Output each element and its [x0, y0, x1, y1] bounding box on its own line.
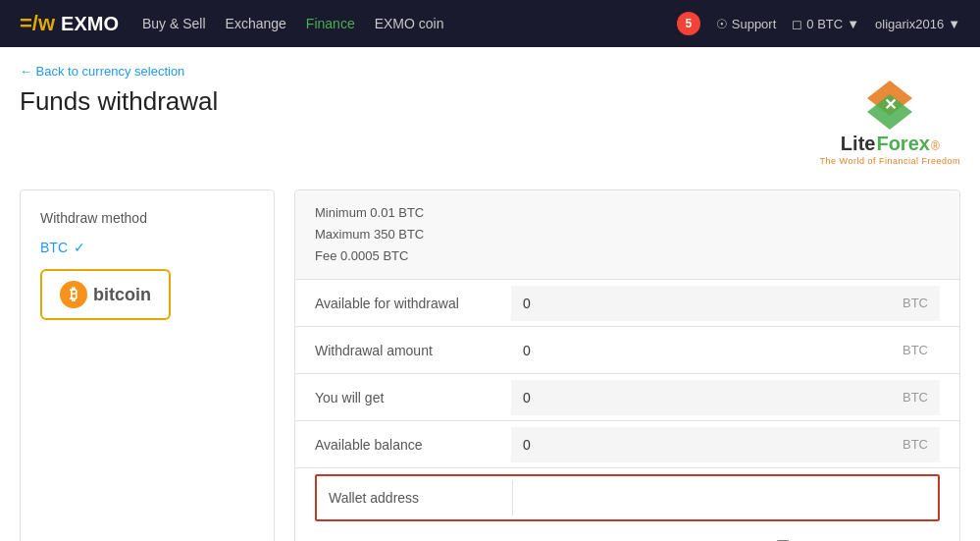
- currency-2: BTC: [903, 390, 928, 405]
- page-title: Funds withdrawal: [20, 86, 218, 117]
- row-label-0: Available for withdrawal: [315, 296, 511, 311]
- liteforex-logo[interactable]: ✕ LiteForex® The World of Financial Free…: [820, 79, 960, 166]
- notification-badge[interactable]: 5: [677, 12, 700, 35]
- nav-right: 5 ☉ Support ◻ 0 BTC ▼ oligarix2016 ▼: [677, 12, 960, 35]
- logo[interactable]: =/w EXMO: [20, 11, 119, 36]
- page-wrapper: ← Back to currency selection Funds withd…: [0, 47, 980, 541]
- back-link[interactable]: ← Back to currency selection: [20, 64, 184, 79]
- support-link[interactable]: ☉ Support: [716, 17, 777, 31]
- nav-buy-sell[interactable]: Buy & Sell: [142, 16, 206, 31]
- currency-0: BTC: [903, 296, 928, 310]
- save-row: Save info to My accounts: [295, 527, 959, 541]
- row-available-balance: Available balance 0 BTC: [295, 421, 959, 468]
- nav-exmo-coin[interactable]: EXMO coin: [375, 16, 444, 31]
- nav-links: Buy & Sell Exchange Finance EXMO coin: [142, 16, 653, 31]
- value-0: 0: [523, 296, 531, 311]
- limit-fee: Fee 0.0005 BTC: [315, 245, 940, 267]
- method-label: Withdraw method: [40, 210, 254, 226]
- balance-icon: ◻: [792, 17, 802, 31]
- liteforex-name: Lite: [841, 133, 876, 155]
- user-chevron: ▼: [948, 17, 960, 31]
- form-rows: Available for withdrawal 0 BTC Withdrawa…: [295, 280, 959, 468]
- limit-maximum: Maximum 350 BTC: [315, 224, 940, 245]
- row-label-2: You will get: [315, 390, 511, 406]
- content-grid: Withdraw method BTC ✓ ₿ bitcoin Minimum …: [20, 189, 960, 541]
- row-label-1: Withdrawal amount: [315, 343, 511, 358]
- row-value-2: 0 BTC: [511, 380, 940, 415]
- value-3: 0: [523, 437, 531, 453]
- row-available-for-withdrawal: Available for withdrawal 0 BTC: [295, 280, 959, 327]
- row-you-will-get: You will get 0 BTC: [295, 374, 959, 421]
- selected-method-text: BTC: [40, 240, 68, 255]
- row-value-3: 0 BTC: [511, 427, 940, 462]
- bitcoin-icon: ₿: [60, 281, 87, 308]
- wallet-label: Wallet address: [317, 480, 513, 515]
- balance-chevron: ▼: [847, 17, 859, 31]
- support-icon: ☉: [716, 17, 728, 31]
- logo-icon: =/w: [20, 11, 55, 36]
- limits-bar: Minimum 0.01 BTC Maximum 350 BTC Fee 0.0…: [295, 190, 959, 280]
- check-icon: ✓: [74, 240, 85, 255]
- wallet-address-row: Wallet address: [315, 474, 940, 521]
- limit-minimum: Minimum 0.01 BTC: [315, 202, 940, 224]
- value-1: 0: [523, 343, 531, 358]
- nav-finance[interactable]: Finance: [306, 16, 355, 31]
- row-value-1[interactable]: 0 BTC: [511, 333, 940, 368]
- currency-1: BTC: [903, 343, 928, 357]
- balance-label: 0 BTC: [806, 17, 843, 31]
- currency-3: BTC: [903, 437, 928, 452]
- svg-text:✕: ✕: [884, 96, 897, 113]
- page-header: Funds withdrawal ✕ LiteForex® The World …: [20, 86, 960, 166]
- liteforex-brand: LiteForex®: [841, 133, 940, 155]
- liteforex-tagline: The World of Financial Freedom: [820, 156, 960, 166]
- left-panel: Withdraw method BTC ✓ ₿ bitcoin: [20, 189, 275, 541]
- navbar: =/w EXMO Buy & Sell Exchange Finance EXM…: [0, 0, 980, 47]
- bitcoin-button[interactable]: ₿ bitcoin: [40, 269, 171, 320]
- logo-text: EXMO: [61, 13, 119, 35]
- nav-exchange[interactable]: Exchange: [226, 16, 286, 31]
- support-label: Support: [732, 17, 777, 31]
- liteforex-reg: ®: [931, 139, 940, 153]
- liteforex-name2: Forex: [876, 133, 929, 155]
- method-selected: BTC ✓: [40, 240, 254, 255]
- user-menu[interactable]: oligarix2016 ▼: [875, 17, 960, 31]
- row-withdrawal-amount: Withdrawal amount 0 BTC: [295, 327, 959, 374]
- value-2: 0: [523, 390, 531, 406]
- balance-widget[interactable]: ◻ 0 BTC ▼: [792, 17, 859, 31]
- row-label-3: Available balance: [315, 437, 511, 453]
- row-value-0: 0 BTC: [511, 286, 940, 321]
- username-label: oligarix2016: [875, 17, 944, 31]
- wallet-address-input[interactable]: [513, 480, 938, 515]
- bitcoin-label: bitcoin: [93, 285, 151, 305]
- right-panel: Minimum 0.01 BTC Maximum 350 BTC Fee 0.0…: [294, 189, 960, 541]
- liteforex-diamond-icon: ✕: [855, 79, 924, 133]
